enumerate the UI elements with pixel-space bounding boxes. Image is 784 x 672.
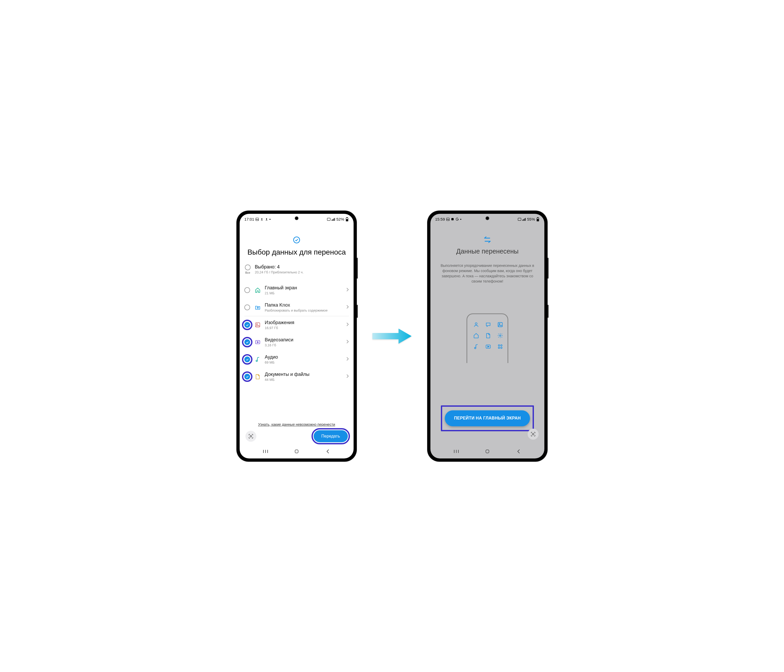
svg-point-41 <box>501 347 502 349</box>
checkbox-checked[interactable] <box>244 339 250 345</box>
nav-back[interactable] <box>513 449 524 454</box>
checkbox-checked[interactable] <box>244 356 250 362</box>
svg-rect-42 <box>532 433 534 435</box>
row-documents[interactable]: Документы и файлы 44 МБ <box>244 368 349 385</box>
document-icon <box>485 333 491 339</box>
row-title: Видеозаписи <box>265 337 342 343</box>
svg-rect-24 <box>518 218 521 220</box>
battery-icon <box>536 218 540 221</box>
page-title: Выбор данных для переноса <box>244 248 349 257</box>
checkbox[interactable] <box>244 305 250 310</box>
phone-right: 15:59 • 55% Данные перенесены Выполняетс… <box>427 211 548 462</box>
info-link[interactable]: Узнать, какие данные невозможно перенест… <box>244 422 349 426</box>
row-title: Папка Knox <box>265 302 342 308</box>
submit-button[interactable]: Передать <box>314 430 348 442</box>
home-icon <box>254 287 261 294</box>
svg-rect-7 <box>334 218 335 221</box>
svg-rect-26 <box>523 219 524 221</box>
nav-bar <box>240 446 353 459</box>
checkbox-checked[interactable] <box>244 322 250 328</box>
chevron-right-icon <box>346 339 349 345</box>
volte-icon <box>327 218 331 221</box>
row-sub: 21 МБ <box>265 291 342 295</box>
folder-lock-icon <box>254 304 261 311</box>
nav-back[interactable] <box>322 449 333 454</box>
gallery-icon <box>255 218 259 221</box>
gallery-icon <box>446 218 450 221</box>
front-camera <box>485 216 489 220</box>
svg-rect-31 <box>537 219 538 221</box>
row-images[interactable]: Изображения 16,97 Гб <box>244 316 349 333</box>
svg-rect-25 <box>523 219 523 221</box>
row-audio[interactable]: Аудио 69 МБ <box>244 351 349 368</box>
row-home-screen[interactable]: Главный экран 21 МБ <box>244 282 349 299</box>
chevron-right-icon <box>346 305 349 310</box>
row-knox[interactable]: Папка Knox Разблокировать и выбрать соде… <box>244 299 349 316</box>
row-sub: 44 МБ <box>265 378 342 382</box>
nav-home[interactable] <box>482 449 493 454</box>
select-all-checkbox[interactable] <box>245 264 250 270</box>
battery-icon <box>345 218 349 221</box>
svg-rect-12 <box>257 307 258 308</box>
svg-point-35 <box>499 335 501 336</box>
transfer-illustration <box>436 313 538 363</box>
google-icon <box>456 218 459 221</box>
phone-left: 17:01 • 52% Выбор данных для переноса <box>236 211 357 462</box>
svg-rect-5 <box>333 219 333 221</box>
nav-recents[interactable] <box>451 449 462 454</box>
row-sub: 3,16 Гб <box>265 343 342 347</box>
svg-point-39 <box>501 344 502 346</box>
transfer-icon <box>436 236 538 243</box>
status-time: 15:59 <box>435 217 445 221</box>
transition-arrow <box>372 327 412 345</box>
apps-icon <box>497 344 503 350</box>
svg-rect-21 <box>295 450 298 453</box>
select-all-row[interactable]: Все Выбрано: 4 20,24 Гб / Приблизительно… <box>244 264 349 274</box>
gear-icon <box>497 333 503 339</box>
upload-icon <box>260 218 264 221</box>
checkbox[interactable] <box>244 287 250 293</box>
svg-point-14 <box>257 324 257 325</box>
document-icon <box>254 373 261 380</box>
go-home-button[interactable]: ПЕРЕЙТИ НА ГЛАВНЫЙ ЭКРАН <box>445 411 530 426</box>
svg-rect-28 <box>525 218 526 221</box>
chevron-right-icon <box>346 322 349 328</box>
dot-icon: • <box>460 217 462 221</box>
row-sub: Разблокировать и выбрать содержимое <box>265 308 342 312</box>
video-icon <box>254 339 261 345</box>
svg-rect-6 <box>333 218 334 221</box>
volte-icon <box>518 218 521 221</box>
svg-rect-9 <box>347 217 347 218</box>
data-type-list: Главный экран 21 МБ Папка Knox Разблокир… <box>244 282 349 417</box>
svg-rect-27 <box>524 218 525 221</box>
svg-rect-17 <box>250 436 252 437</box>
battery-pct: 55% <box>527 217 535 221</box>
image-icon <box>254 322 261 328</box>
nav-home[interactable] <box>291 449 302 454</box>
video-icon <box>485 344 491 350</box>
status-time: 17:01 <box>244 217 254 221</box>
svg-rect-10 <box>346 219 348 221</box>
chevron-right-icon <box>346 288 349 293</box>
capture-icon-button[interactable] <box>527 429 538 440</box>
dot-icon: • <box>269 217 271 221</box>
chat-icon <box>485 322 491 328</box>
row-title: Главный экран <box>265 285 342 291</box>
row-title: Аудио <box>265 355 342 360</box>
selected-count: Выбрано: 4 <box>255 264 303 270</box>
audio-icon <box>473 344 479 350</box>
upload-icon <box>265 218 268 221</box>
capture-icon-button[interactable] <box>246 431 257 442</box>
select-all-label: Все <box>246 271 250 274</box>
page-title: Данные перенесены <box>436 247 538 255</box>
nav-recents[interactable] <box>260 449 271 454</box>
page-description: Выполняется упорядочивание перенесенных … <box>436 263 538 284</box>
svg-rect-30 <box>537 217 538 218</box>
signal-icon <box>331 218 335 221</box>
svg-point-34 <box>499 323 500 324</box>
svg-rect-3 <box>327 218 330 220</box>
svg-rect-4 <box>331 219 332 221</box>
checkbox-checked[interactable] <box>244 374 250 380</box>
row-videos[interactable]: Видеозаписи 3,16 Гб <box>244 333 349 351</box>
app-icon <box>451 218 454 221</box>
